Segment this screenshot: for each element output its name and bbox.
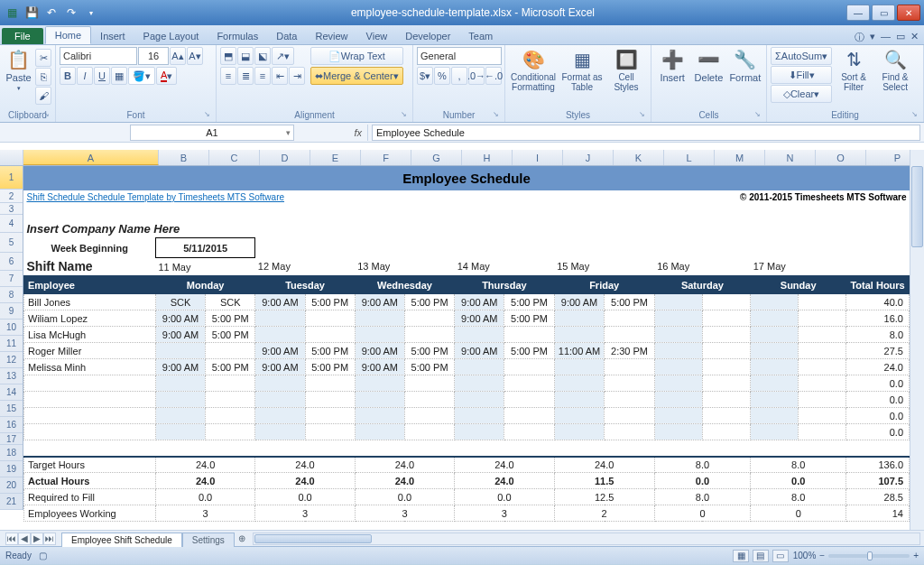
- formula-bar: A1 fx Employee Schedule: [0, 123, 924, 143]
- font-color-icon[interactable]: A▾: [156, 67, 177, 85]
- decrease-indent-icon[interactable]: ⇤: [272, 67, 288, 85]
- tab-data[interactable]: Data: [267, 28, 306, 44]
- group-cells: Cells: [655, 109, 762, 122]
- tab-formulas[interactable]: Formulas: [208, 28, 267, 44]
- fill-color-icon[interactable]: 🪣▾: [128, 67, 155, 85]
- minimize-button[interactable]: —: [846, 5, 870, 21]
- horizontal-scrollbar[interactable]: [253, 533, 920, 545]
- paste-button[interactable]: 📋Paste▾: [4, 47, 33, 92]
- cut-icon[interactable]: ✂: [35, 49, 51, 67]
- tab-developer[interactable]: Developer: [396, 28, 459, 44]
- merge-center-button[interactable]: ⬌ Merge & Center ▾: [310, 67, 403, 85]
- vertical-scrollbar[interactable]: [910, 150, 924, 530]
- group-font: Font: [60, 109, 212, 122]
- zoom-slider[interactable]: [828, 554, 910, 558]
- wrap-text-button[interactable]: 📄 Wrap Text: [310, 47, 403, 65]
- format-as-table-button[interactable]: ▦Format as Table: [559, 47, 605, 92]
- group-alignment: Alignment: [220, 109, 409, 122]
- page-break-view-icon[interactable]: ▭: [772, 550, 789, 562]
- tab-insert[interactable]: Insert: [91, 28, 134, 44]
- italic-button[interactable]: I: [77, 67, 93, 85]
- find-select-button[interactable]: 🔍Find & Select: [875, 47, 915, 92]
- sheet-tab-active[interactable]: Employee Shift Schedule: [61, 533, 182, 547]
- sheet-tab-settings[interactable]: Settings: [182, 533, 235, 547]
- align-middle-icon[interactable]: ⬓: [237, 47, 254, 65]
- align-bottom-icon[interactable]: ⬕: [254, 47, 271, 65]
- doc-close-icon[interactable]: ✕: [910, 31, 919, 44]
- delete-cells-button[interactable]: ➖Delete: [691, 47, 725, 83]
- fx-label[interactable]: fx: [296, 125, 368, 141]
- underline-button[interactable]: U: [94, 67, 110, 85]
- sheet-content[interactable]: Employee ScheduleShift Schedule Schedule…: [23, 166, 910, 522]
- align-top-icon[interactable]: ⬒: [220, 47, 236, 65]
- decrease-decimal-icon[interactable]: ←.0: [485, 67, 502, 85]
- autosum-button[interactable]: Σ AutoSum ▾: [771, 47, 832, 65]
- conditional-formatting-button[interactable]: 🎨Conditional Formatting: [509, 47, 558, 92]
- cell-styles-button[interactable]: 🔲Cell Styles: [606, 47, 646, 92]
- comma-icon[interactable]: ,: [451, 67, 467, 85]
- align-left-icon[interactable]: ≡: [220, 67, 236, 85]
- clear-button[interactable]: ◇ Clear ▾: [771, 85, 832, 103]
- new-sheet-icon[interactable]: ⊕: [235, 533, 249, 543]
- ribbon: 📋Paste▾ ✂ ⎘ 🖌 Clipboard Calibri 16 A▴ A▾…: [0, 45, 924, 123]
- fill-button[interactable]: ⬇ Fill ▾: [771, 66, 832, 84]
- tab-page-layout[interactable]: Page Layout: [134, 28, 208, 44]
- font-name-combo[interactable]: Calibri: [60, 47, 137, 65]
- number-format-combo[interactable]: General: [417, 47, 502, 65]
- tab-review[interactable]: Review: [306, 28, 356, 44]
- doc-max-icon[interactable]: ▭: [896, 31, 905, 44]
- row-headers[interactable]: 123456789101112131415161718192021: [0, 166, 23, 510]
- increase-indent-icon[interactable]: ⇥: [289, 67, 305, 85]
- align-center-icon[interactable]: ≣: [237, 67, 254, 85]
- tab-nav-next-icon[interactable]: ▶: [31, 533, 43, 545]
- redo-icon[interactable]: ↷: [63, 5, 79, 21]
- tab-nav-last-icon[interactable]: ⏭: [43, 533, 56, 545]
- column-headers[interactable]: ABCDEFGHIJKLMNOP: [0, 150, 924, 166]
- insert-cells-button[interactable]: ➕Insert: [655, 47, 689, 83]
- sort-filter-button[interactable]: ⇅Sort & Filter: [834, 47, 873, 92]
- minimize-ribbon-icon[interactable]: ⓘ: [855, 31, 864, 44]
- tab-team[interactable]: Team: [459, 28, 502, 44]
- normal-view-icon[interactable]: ▦: [733, 550, 749, 562]
- zoom-level[interactable]: 100%: [793, 551, 817, 560]
- group-editing: Editing: [771, 109, 919, 122]
- shrink-font-icon[interactable]: A▾: [187, 47, 203, 65]
- tab-home[interactable]: Home: [45, 26, 91, 44]
- spreadsheet-grid[interactable]: ABCDEFGHIJKLMNOP 12345678910111213141516…: [0, 143, 924, 530]
- border-icon[interactable]: ▦: [111, 67, 127, 85]
- name-box[interactable]: A1: [130, 125, 294, 141]
- title-bar: ▦ 💾 ↶ ↷ ▾ employee-schedule-template.xls…: [0, 0, 924, 25]
- doc-min-icon[interactable]: —: [881, 31, 891, 44]
- qat-dropdown-icon[interactable]: ▾: [83, 5, 99, 21]
- save-icon[interactable]: 💾: [23, 5, 40, 21]
- zoom-in-icon[interactable]: +: [913, 551, 919, 560]
- page-layout-view-icon[interactable]: ▤: [753, 550, 769, 562]
- format-painter-icon[interactable]: 🖌: [35, 87, 51, 105]
- macro-icon[interactable]: ▢: [39, 551, 47, 560]
- close-button[interactable]: ✕: [897, 5, 920, 21]
- copy-icon[interactable]: ⎘: [35, 68, 51, 86]
- maximize-button[interactable]: ▭: [872, 5, 895, 21]
- file-tab[interactable]: File: [2, 28, 43, 44]
- percent-icon[interactable]: %: [434, 67, 450, 85]
- ribbon-minimize-icon[interactable]: ▾: [870, 31, 875, 44]
- format-cells-button[interactable]: 🔧Format: [728, 47, 762, 83]
- group-styles: Styles: [509, 109, 647, 122]
- group-clipboard: Clipboard: [4, 109, 51, 122]
- tab-nav-prev-icon[interactable]: ◀: [18, 533, 31, 545]
- tab-nav-first-icon[interactable]: ⏮: [5, 533, 18, 545]
- orientation-icon[interactable]: ↗▾: [272, 47, 294, 65]
- tab-view[interactable]: View: [357, 28, 397, 44]
- grow-font-icon[interactable]: A▴: [170, 47, 186, 65]
- sheet-tabs-bar: ⏮ ◀ ▶ ⏭ Employee Shift Schedule Settings…: [0, 530, 924, 546]
- currency-icon[interactable]: $▾: [417, 67, 433, 85]
- group-number: Number: [417, 109, 501, 122]
- font-size-combo[interactable]: 16: [138, 47, 169, 65]
- undo-icon[interactable]: ↶: [43, 5, 60, 21]
- bold-button[interactable]: B: [60, 67, 76, 85]
- increase-decimal-icon[interactable]: .0→: [468, 67, 485, 85]
- formula-input[interactable]: Employee Schedule: [372, 125, 920, 141]
- excel-icon: ▦: [4, 5, 20, 21]
- align-right-icon[interactable]: ≡: [254, 67, 271, 85]
- zoom-out-icon[interactable]: −: [819, 551, 825, 560]
